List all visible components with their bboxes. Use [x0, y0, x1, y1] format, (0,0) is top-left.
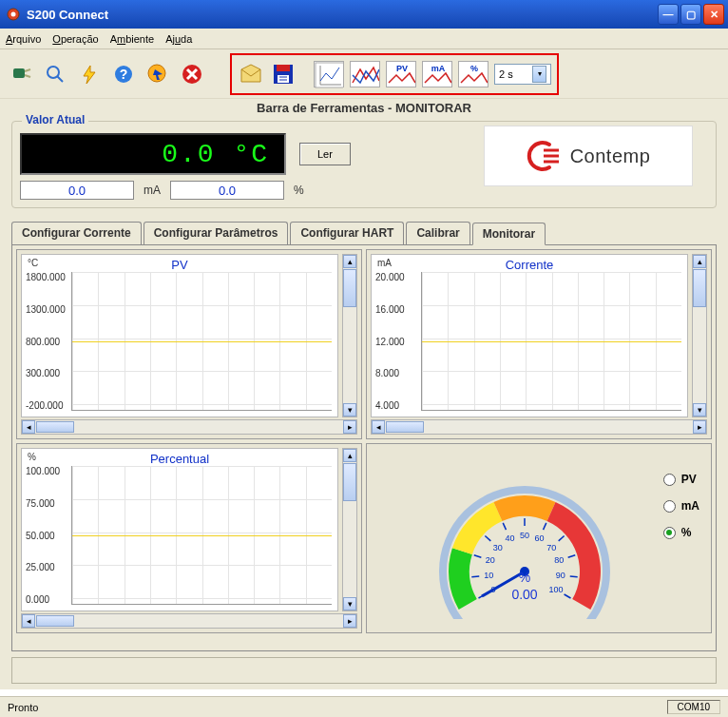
svg-line-47 — [568, 555, 576, 557]
titlebar: S200 Connect — ▢ ✕ — [0, 0, 728, 29]
gauge-radio-pct[interactable]: % — [663, 526, 699, 539]
search-icon[interactable] — [42, 61, 68, 87]
menubar: Arquivo Operação Ambiente Ajuda — [0, 29, 728, 49]
app-icon — [6, 7, 21, 22]
show-pv-chart-button[interactable]: PV — [386, 61, 416, 87]
svg-text:?: ? — [120, 67, 128, 82]
pct-unit-label: % — [294, 184, 304, 197]
svg-text:mA: mA — [431, 64, 446, 73]
svg-text:PV: PV — [396, 64, 408, 73]
show-pct-chart-button[interactable]: % — [458, 61, 489, 87]
show-ma-chart-button[interactable]: mA — [422, 61, 452, 87]
menu-ajuda[interactable]: Ajuda — [165, 33, 192, 45]
y-tick: -200.000 — [26, 400, 69, 411]
brand-logo: Contemp — [484, 126, 693, 186]
refresh-interval-select[interactable]: 2 s ▾ — [494, 64, 551, 85]
y-tick: 1800.000 — [26, 272, 69, 282]
chart-percentual-title: Percentual — [22, 452, 337, 466]
minimize-button[interactable]: — — [658, 4, 679, 25]
brand-name: Contemp — [570, 145, 651, 167]
svg-text:%: % — [470, 64, 478, 73]
svg-line-3 — [25, 69, 30, 71]
svg-text:40: 40 — [506, 533, 515, 543]
pct-readout: 0.0 — [170, 181, 284, 200]
svg-rect-18 — [278, 75, 289, 83]
svg-text:20: 20 — [486, 555, 495, 565]
chart-corrente-vscroll[interactable]: ▴▾ — [692, 254, 707, 417]
svg-rect-17 — [277, 65, 290, 71]
y-tick: 1300.000 — [26, 304, 69, 315]
radio-icon — [663, 474, 676, 486]
ma-readout: 0.0 — [20, 181, 134, 200]
help-icon[interactable]: ? — [110, 61, 137, 87]
chart-corrente-hscroll[interactable]: ◂▸ — [371, 419, 707, 435]
valor-atual-group: Valor Atual 0.0 °C Ler 0.0 mA 0.0 % Cont… — [11, 121, 717, 208]
chart-pv-title: PV — [22, 258, 337, 272]
stop-icon[interactable] — [179, 61, 205, 87]
cursor-icon[interactable] — [144, 61, 171, 87]
statusbar: Pronto COM10 — [0, 696, 728, 717]
svg-line-39 — [503, 523, 506, 530]
svg-line-45 — [559, 536, 565, 541]
menu-arquivo[interactable]: Arquivo — [6, 33, 41, 45]
svg-rect-2 — [13, 68, 25, 78]
maximize-button[interactable]: ▢ — [680, 4, 701, 25]
chart-pv-hscroll[interactable]: ◂▸ — [21, 419, 357, 435]
clear-chart-button[interactable] — [314, 61, 344, 87]
svg-text:70: 70 — [546, 543, 556, 552]
menu-ambiente[interactable]: Ambiente — [110, 33, 155, 45]
tab-configurar-corrente[interactable]: Configurar Corrente — [11, 222, 142, 244]
svg-text:80: 80 — [554, 555, 564, 565]
bolt-icon[interactable] — [76, 61, 103, 87]
svg-line-4 — [25, 75, 30, 77]
y-tick: 12.000 — [375, 337, 419, 347]
svg-rect-21 — [316, 63, 343, 87]
y-tick: 8.000 — [375, 368, 419, 378]
show-all-charts-button[interactable] — [350, 61, 380, 87]
connect-icon[interactable] — [8, 61, 34, 87]
y-tick: 300.000 — [26, 368, 69, 378]
tab-monitorar[interactable]: Monitorar — [472, 223, 546, 245]
y-tick: 25.000 — [26, 562, 69, 572]
valor-atual-legend: Valor Atual — [22, 113, 88, 126]
tab-configurar-par-metros[interactable]: Configurar Parâmetros — [144, 222, 289, 244]
tab-calibrar[interactable]: Calibrar — [406, 222, 469, 244]
y-tick: 800.000 — [26, 337, 69, 347]
gauge: 0102030405060708090100 % 0.00 — [430, 457, 620, 619]
y-tick: 50.000 — [26, 531, 69, 541]
svg-text:50: 50 — [520, 531, 529, 540]
ler-button[interactable]: Ler — [299, 143, 351, 165]
svg-text:60: 60 — [534, 533, 544, 543]
chart-pv-vscroll[interactable]: ▴▾ — [342, 254, 357, 417]
y-tick: 4.000 — [375, 400, 419, 411]
window-title: S200 Connect — [27, 8, 658, 22]
y-tick: 75.000 — [26, 498, 69, 509]
tab-configurar-hart[interactable]: Configurar HART — [290, 222, 404, 244]
gauge-radio-pv[interactable]: PV — [663, 473, 699, 486]
close-button[interactable]: ✕ — [703, 4, 724, 25]
radio-label: % — [681, 526, 692, 539]
toolbar: ? PV mA % 2 s ▾ — [0, 49, 728, 99]
y-tick: 0.000 — [26, 594, 69, 605]
svg-text:30: 30 — [493, 543, 503, 552]
chevron-down-icon[interactable]: ▾ — [532, 66, 546, 83]
status-com-port: COM10 — [667, 700, 720, 714]
svg-line-43 — [544, 523, 546, 530]
chart-panel-corrente: mA Corrente 20.00016.00012.0008.0004.000… — [366, 249, 712, 439]
chart-panel-pv: °C PV 1800.0001300.000800.000300.000-200… — [16, 249, 362, 439]
refresh-interval-value: 2 s — [499, 68, 513, 80]
menu-operacao[interactable]: Operação — [52, 33, 98, 45]
mail-icon[interactable] — [238, 61, 264, 87]
radio-label: mA — [681, 499, 699, 513]
svg-point-1 — [11, 12, 16, 17]
gauge-panel: 0102030405060708090100 % 0.00 PVmA% — [366, 443, 712, 633]
bottom-box — [11, 657, 717, 684]
gauge-radio-ma[interactable]: mA — [663, 499, 699, 513]
chart-percentual-vscroll[interactable]: ▴▾ — [342, 448, 357, 611]
save-icon[interactable] — [270, 61, 297, 87]
tab-body-monitorar: °C PV 1800.0001300.000800.000300.000-200… — [11, 244, 717, 651]
chart-percentual-hscroll[interactable]: ◂▸ — [21, 613, 357, 629]
radio-label: PV — [681, 473, 697, 486]
svg-line-37 — [485, 536, 490, 541]
tabstrip: Configurar CorrenteConfigurar Parâmetros… — [11, 222, 717, 244]
